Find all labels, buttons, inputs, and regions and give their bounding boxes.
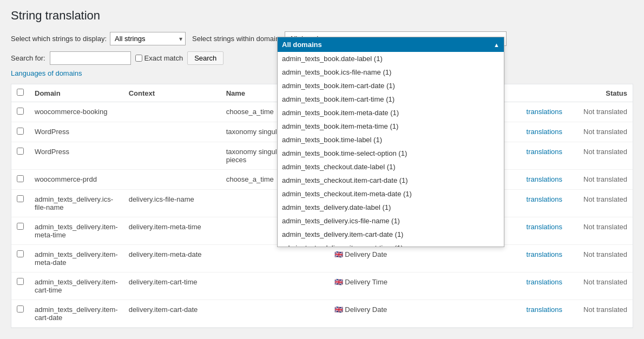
- row-status: Not translated: [573, 278, 627, 286]
- row-status: Not translated: [573, 128, 627, 136]
- search-input[interactable]: [50, 51, 131, 65]
- row-checkbox-cell: [11, 190, 29, 217]
- row-domain: WordPress: [29, 122, 123, 142]
- row-status-cell: Not translated: [568, 245, 633, 272]
- strings-select-wrapper: All strings: [110, 32, 186, 45]
- dropdown-selected-label: All domains: [282, 41, 322, 49]
- row-checkbox[interactable]: [17, 278, 24, 285]
- row-view: 🇬🇧 Delivery Date: [329, 300, 448, 328]
- row-checkbox-cell: [11, 272, 29, 300]
- dropdown-item[interactable]: admin_texts_book.item-cart-time (1): [278, 92, 504, 106]
- dropdown-item[interactable]: admin_texts_book.time-label (1): [278, 133, 504, 147]
- th-domain: Domain: [29, 84, 123, 102]
- dropdown-item[interactable]: admin_texts_book.item-cart-date (1): [278, 79, 504, 92]
- dropdown-item[interactable]: admin_texts_book.item-meta-date (1): [278, 106, 504, 119]
- row-checkbox-cell: [11, 170, 29, 190]
- dropdown-scroll-up[interactable]: ▲: [494, 42, 500, 48]
- row-context: delivery.ics-file-name: [123, 190, 221, 217]
- page-title: String translation: [11, 9, 633, 23]
- row-context: delivery.item-cart-time: [123, 272, 221, 300]
- row-context: [123, 142, 221, 170]
- dropdown-item[interactable]: admin_texts_delivery.item-cart-time (1): [278, 241, 504, 247]
- dropdown-header: All domains ▲: [278, 37, 504, 52]
- row-checkbox-cell: [11, 300, 29, 328]
- row-checkbox[interactable]: [17, 305, 24, 313]
- row-domain: woocommerce-prdd: [29, 170, 123, 190]
- th-checkbox: [11, 84, 29, 102]
- dropdown-item[interactable]: admin_texts_checkout.item-meta-date (1): [278, 187, 504, 201]
- table-row: admin_texts_delivery.item-cart-date deli…: [11, 300, 633, 328]
- dropdown-item[interactable]: admin_texts_book.item-meta-time (1): [278, 119, 504, 133]
- exact-match-label[interactable]: Exact match: [135, 54, 183, 62]
- row-domain: WordPress: [29, 142, 123, 170]
- row-status: Not translated: [573, 195, 627, 203]
- dropdown-item[interactable]: admin_texts_book.time-select-option (1): [278, 147, 504, 160]
- row-context: delivery.item-cart-date: [123, 300, 221, 328]
- row-status-cell: Not translated: [568, 190, 633, 217]
- row-domain: admin_texts_delivery.item-cart-time: [29, 272, 123, 300]
- dropdown-list[interactable]: admin_texts_book.date-label (1)admin_tex…: [278, 52, 504, 247]
- strings-control-group: Select which strings to display: All str…: [11, 32, 186, 45]
- row-status-cell: Not translated: [568, 272, 633, 300]
- strings-select[interactable]: All strings: [110, 32, 186, 45]
- row-checkbox[interactable]: [17, 128, 24, 135]
- row-status-cell: Not translated: [568, 122, 633, 142]
- row-status-cell: Not translated: [568, 102, 633, 122]
- row-name: [221, 300, 329, 328]
- row-context: delivery.item-meta-time: [123, 217, 221, 245]
- row-context: [123, 102, 221, 122]
- dropdown-item[interactable]: admin_texts_book.date-label (1): [278, 52, 504, 65]
- row-checkbox-cell: [11, 217, 29, 245]
- row-context: delivery.item-meta-date: [123, 245, 221, 272]
- row-checkbox-cell: [11, 245, 29, 272]
- dropdown-item[interactable]: admin_texts_checkout.item-cart-date (1): [278, 174, 504, 187]
- row-status-cell: Not translated: [568, 217, 633, 245]
- row-domain: admin_texts_delivery.item-cart-date: [29, 300, 123, 328]
- row-status-cell: Not translated: [568, 170, 633, 190]
- select-all-checkbox[interactable]: [17, 89, 24, 96]
- row-status: Not translated: [573, 223, 627, 231]
- row-status: Not translated: [573, 175, 627, 183]
- translations-link[interactable]: translations: [454, 278, 562, 286]
- row-name: [221, 245, 329, 272]
- exact-match-checkbox[interactable]: [135, 55, 142, 62]
- row-domain: admin_texts_delivery.item-meta-time: [29, 217, 123, 245]
- row-domain: admin_texts_delivery.item-meta-date: [29, 245, 123, 272]
- row-checkbox[interactable]: [17, 195, 24, 202]
- row-domain: woocommerce-booking: [29, 102, 123, 122]
- row-status-cell: Not translated: [568, 300, 633, 328]
- row-status-cell: Not translated: [568, 142, 633, 170]
- row-translations-cell: translations: [448, 272, 568, 300]
- dropdown-item[interactable]: admin_texts_checkout.date-label (1): [278, 160, 504, 174]
- row-checkbox-cell: [11, 102, 29, 122]
- row-translations-cell: translations: [448, 245, 568, 272]
- translations-link[interactable]: translations: [454, 305, 562, 314]
- domain-dropdown: All domains ▲ admin_texts_book.date-labe…: [277, 37, 504, 247]
- translations-link[interactable]: translations: [454, 250, 562, 258]
- row-checkbox[interactable]: [17, 148, 24, 155]
- row-domain: admin_texts_delivery.ics-file-name: [29, 190, 123, 217]
- row-checkbox[interactable]: [17, 250, 24, 257]
- table-row: admin_texts_delivery.item-meta-date deli…: [11, 245, 633, 272]
- strings-label: Select which strings to display:: [11, 35, 107, 43]
- row-checkbox[interactable]: [17, 175, 24, 182]
- dropdown-item[interactable]: admin_texts_delivery.date-label (1): [278, 201, 504, 214]
- row-context: [123, 170, 221, 190]
- search-button[interactable]: Search: [187, 51, 224, 65]
- row-status: Not translated: [573, 148, 627, 156]
- row-checkbox-cell: [11, 122, 29, 142]
- domain-label: Select strings within domain:: [192, 35, 281, 43]
- row-status: Not translated: [573, 305, 627, 314]
- row-checkbox[interactable]: [17, 108, 24, 115]
- dropdown-item[interactable]: admin_texts_delivery.ics-file-name (1): [278, 214, 504, 228]
- th-context: Context: [123, 84, 221, 102]
- table-row: admin_texts_delivery.item-cart-time deli…: [11, 272, 633, 300]
- row-checkbox[interactable]: [17, 223, 24, 230]
- row-status: Not translated: [573, 250, 627, 258]
- row-name: [221, 272, 329, 300]
- search-label: Search for:: [11, 54, 45, 62]
- dropdown-item[interactable]: admin_texts_delivery.item-cart-date (1): [278, 228, 504, 241]
- row-checkbox-cell: [11, 142, 29, 170]
- dropdown-item[interactable]: admin_texts_book.ics-file-name (1): [278, 65, 504, 79]
- row-status: Not translated: [573, 108, 627, 116]
